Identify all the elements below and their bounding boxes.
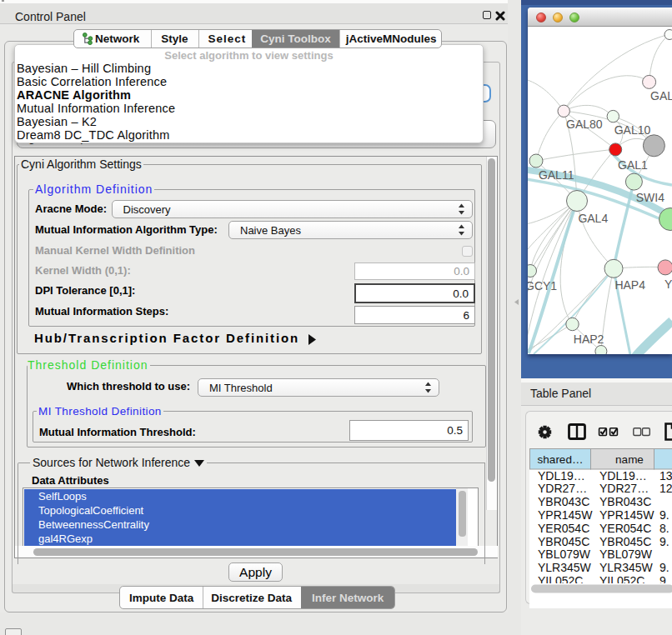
svg-text:HAP4: HAP4 bbox=[614, 278, 645, 292]
svg-text:9.: 9. bbox=[659, 535, 669, 548]
svg-text:8.: 8. bbox=[659, 522, 669, 535]
svg-text:YPR145W: YPR145W bbox=[599, 508, 654, 522]
svg-text:YBR043C: YBR043C bbox=[538, 495, 589, 508]
svg-text:GCY1: GCY1 bbox=[528, 279, 557, 292]
svg-text:YDR27…: YDR27… bbox=[538, 482, 587, 495]
svg-text:9.: 9. bbox=[659, 561, 669, 574]
svg-text:13: 13 bbox=[659, 469, 672, 482]
svg-text:YBR043C: YBR043C bbox=[599, 495, 651, 508]
svg-text:shared…: shared… bbox=[538, 453, 584, 466]
svg-text:YLR345W: YLR345W bbox=[538, 561, 592, 574]
svg-text:YBR045C: YBR045C bbox=[599, 535, 651, 548]
svg-text:GAL4: GAL4 bbox=[578, 212, 608, 225]
svg-text:GAL1: GAL1 bbox=[618, 158, 648, 172]
svg-text:name: name bbox=[615, 453, 644, 466]
svg-text:12: 12 bbox=[659, 482, 672, 495]
svg-text:YBL079W: YBL079W bbox=[599, 548, 653, 561]
svg-text:YDR27…: YDR27… bbox=[599, 482, 649, 495]
svg-text:GAL11: GAL11 bbox=[539, 168, 574, 182]
svg-text:HAP2: HAP2 bbox=[574, 332, 604, 346]
svg-text:GAL80: GAL80 bbox=[566, 118, 603, 131]
svg-text:9.: 9. bbox=[659, 508, 669, 522]
svg-text:GAL10: GAL10 bbox=[614, 123, 651, 137]
svg-text:YBR045C: YBR045C bbox=[538, 535, 589, 548]
svg-text:GAL7: GAL7 bbox=[650, 89, 672, 102]
svg-text:YER054C: YER054C bbox=[538, 522, 589, 535]
svg-text:YBL079W: YBL079W bbox=[538, 548, 591, 561]
svg-text:YPR145W: YPR145W bbox=[538, 508, 593, 522]
svg-text:YLR345W: YLR345W bbox=[599, 561, 654, 574]
svg-text:SWI4: SWI4 bbox=[636, 191, 664, 204]
svg-text:YDL19…: YDL19… bbox=[538, 469, 585, 482]
svg-text:YM: YM bbox=[664, 278, 672, 291]
svg-text:YER054C: YER054C bbox=[599, 522, 651, 535]
svg-text:YDL19…: YDL19… bbox=[599, 469, 647, 482]
